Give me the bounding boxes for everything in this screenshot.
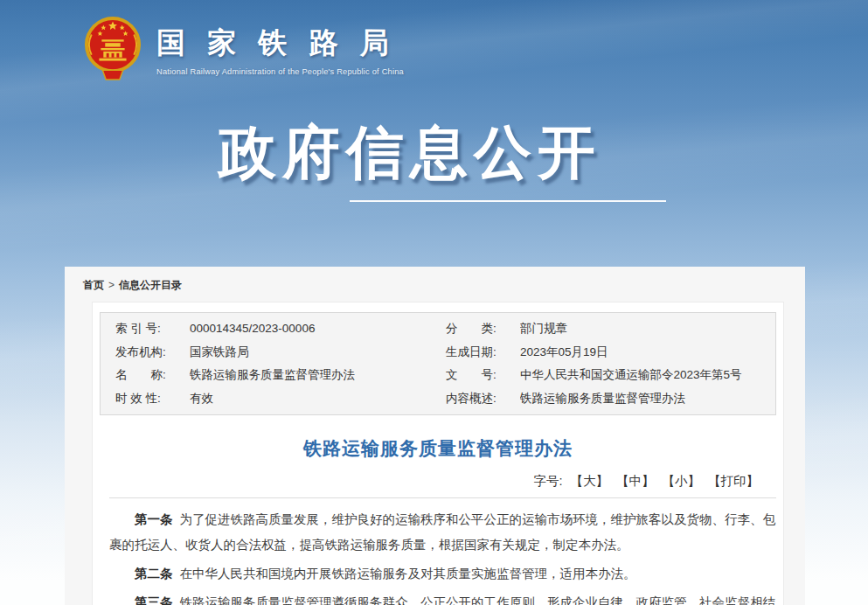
meta-label-title: 名 称: (115, 364, 190, 387)
table-row: 发布机构: 国家铁路局 生成日期: 2023年05月19日 (101, 341, 775, 365)
table-row: 名 称: 铁路运输服务质量监督管理办法 文 号: 中华人民共和国交通运输部令20… (101, 364, 775, 387)
document-body: 第一条为了促进铁路高质量发展，维护良好的运输秩序和公平公正的运输市场环境，维护旅… (109, 507, 776, 605)
meta-value-issue-date: 2023年05月19日 (520, 341, 775, 365)
article-paragraph: 第三条铁路运输服务质量监督管理遵循服务群众、公正公开的工作原则，形成企业自律、政… (109, 590, 776, 605)
breadcrumb: 首页>信息公开目录 (65, 267, 805, 302)
meta-value-title: 铁路运输服务质量监督管理办法 (190, 364, 446, 387)
document-meta-table: 索 引 号: 000014345/2023-00006 分 类: 部门规章 发布… (100, 312, 776, 415)
meta-value-issuing-agency: 国家铁路局 (190, 341, 446, 365)
document-container: 索 引 号: 000014345/2023-00006 分 类: 部门规章 发布… (92, 302, 784, 605)
article-text: 铁路运输服务质量监督管理遵循服务群众、公正公开的工作原则，形成企业自律、政府监管… (109, 595, 775, 605)
meta-value-category: 部门规章 (520, 317, 775, 341)
banner-title: 政府信息公开 (219, 114, 601, 192)
fontsize-large-button[interactable]: 【大】 (571, 474, 609, 488)
article-text: 为了促进铁路高质量发展，维护良好的运输秩序和公平公正的运输市场环境，维护旅客以及… (109, 512, 775, 552)
print-button[interactable]: 【打印】 (708, 474, 759, 488)
article-paragraph: 第一条为了促进铁路高质量发展，维护良好的运输秩序和公平公正的运输市场环境，维护旅… (109, 507, 776, 558)
article-number: 第三条 (135, 595, 173, 605)
banner-underline (350, 200, 666, 202)
meta-value-doc-number: 中华人民共和国交通运输部令2023年第5号 (520, 364, 775, 387)
fontsize-label: 字号: (533, 474, 562, 488)
breadcrumb-current-link[interactable]: 信息公开目录 (119, 279, 182, 291)
meta-label-index-number: 索 引 号: (115, 317, 190, 341)
article-number: 第二条 (135, 567, 173, 581)
site-name: 国 家 铁 路 局 (156, 24, 404, 63)
fontsize-controls: 字号:【大】【中】【小】【打印】 (93, 473, 759, 490)
meta-value-summary: 铁路运输服务质量监督管理办法 (520, 387, 775, 411)
meta-label-doc-number: 文 号: (446, 364, 520, 387)
breadcrumb-separator: > (108, 279, 115, 291)
fontsize-medium-button[interactable]: 【中】 (616, 474, 655, 488)
meta-label-issuing-agency: 发布机构: (115, 341, 190, 365)
table-row: 时 效 性: 有效 内容概述: 铁路运输服务质量监督管理办法 (101, 387, 775, 411)
meta-label-issue-date: 生成日期: (446, 341, 520, 365)
fontsize-small-button[interactable]: 【小】 (663, 474, 701, 488)
meta-value-index-number: 000014345/2023-00006 (190, 317, 446, 341)
article-paragraph: 第二条在中华人民共和国境内开展铁路运输服务及对其质量实施监督管理，适用本办法。 (109, 561, 776, 587)
national-emblem-icon (83, 14, 142, 86)
meta-label-validity: 时 效 性: (115, 387, 190, 411)
meta-value-validity: 有效 (190, 387, 446, 411)
divider (109, 497, 776, 498)
site-logo[interactable]: 国 家 铁 路 局 National Railway Administratio… (83, 14, 404, 86)
page-title: 铁路运输服务质量监督管理办法 (93, 436, 783, 461)
meta-label-category: 分 类: (446, 317, 520, 341)
meta-label-summary: 内容概述: (446, 387, 520, 411)
site-name-english: National Railway Administration of the P… (156, 67, 404, 76)
article-text: 在中华人民共和国境内开展铁路运输服务及对其质量实施监督管理，适用本办法。 (180, 567, 636, 581)
table-row: 索 引 号: 000014345/2023-00006 分 类: 部门规章 (101, 317, 775, 341)
breadcrumb-home-link[interactable]: 首页 (83, 279, 104, 291)
article-number: 第一条 (135, 512, 173, 526)
content-panel: 首页>信息公开目录 索 引 号: 000014345/2023-00006 分 … (65, 267, 805, 605)
